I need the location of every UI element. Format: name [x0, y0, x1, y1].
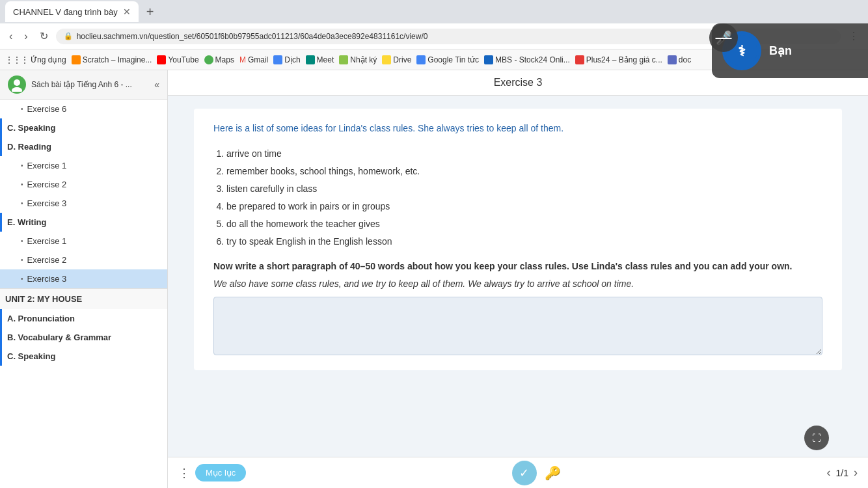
fullscreen-btn[interactable]: ⛶ [804, 426, 829, 450]
bookmark-plus24[interactable]: Plus24 – Bảng giá c... [575, 55, 662, 64]
sidebar-item-ewriting-ex2[interactable]: •Exercise 2 [0, 251, 167, 269]
mbs-icon [484, 55, 493, 64]
content-body: Here is a list of some ideas for Linda's… [168, 96, 868, 457]
exercise-title: Exercise 3 [494, 77, 543, 88]
doc-icon [668, 55, 677, 64]
fullscreen-icon: ⛶ [812, 433, 821, 443]
forward-btn[interactable]: › [20, 28, 31, 45]
youtube-icon [157, 55, 166, 64]
bookmark-diary[interactable]: Nhật ký [339, 55, 377, 64]
exercise-instruction: Now write a short paragraph of 40–50 wor… [213, 259, 822, 273]
svg-point-0 [14, 79, 20, 86]
list-item: listen carefully in class [226, 182, 822, 196]
bottom-bar: ⋮ Mục lục ✓ 🔑 ‹ 1/1 › [168, 457, 868, 488]
list-item: remember books, school things, homework,… [226, 165, 822, 178]
gmail-icon: M [239, 55, 246, 64]
new-tab-btn[interactable]: + [141, 5, 159, 20]
bookmark-translate[interactable]: Dịch [273, 55, 300, 64]
tab-bar: CHANNEL V đang trình bày ✕ + [0, 0, 868, 23]
tab-close-btn[interactable]: ✕ [123, 7, 131, 17]
sidebar-item-exercise6[interactable]: Exercise 6 [0, 100, 167, 118]
main-area: Sách bài tập Tiếng Anh 6 - ... « Exercis… [0, 70, 868, 488]
key-icon: 🔑 [545, 466, 561, 480]
maps-icon [204, 55, 213, 64]
sidebar-item-dreading[interactable]: D. Reading [0, 137, 167, 156]
list-item: arrive on time [226, 147, 822, 161]
bookmark-youtube[interactable]: YouTube [157, 55, 198, 64]
check-icon: ✓ [519, 466, 529, 480]
sidebar-item-dreading-ex2[interactable]: Exercise 2 [0, 175, 167, 194]
sidebar-header: Sách bài tập Tiếng Anh 6 - ... « [0, 70, 167, 100]
list-item: be prepared to work in pairs or in group… [226, 200, 822, 213]
page-next-btn[interactable]: › [854, 466, 858, 480]
sidebar: Sách bài tập Tiếng Anh 6 - ... « Exercis… [0, 70, 168, 488]
sidebar-collapse-btn[interactable]: « [154, 79, 159, 90]
bookmark-mbs[interactable]: MBS - Stock24 Onli... [484, 55, 570, 64]
scratch-icon [72, 55, 81, 64]
menu-dots-btn[interactable]: ⋮ [178, 466, 190, 480]
bookmark-scratch[interactable]: Scratch – Imagine... [72, 55, 152, 64]
list-item: do all the homework the teacher gives [226, 217, 822, 231]
exercise-intro: Here is a list of some ideas for Linda's… [213, 122, 822, 135]
sidebar-unit2-header: UNIT 2: MY HOUSE [0, 288, 167, 309]
bookmark-maps[interactable]: Maps [204, 55, 234, 64]
meet-icon [306, 55, 315, 64]
exercise-list: arrive on time remember books, school th… [226, 147, 822, 249]
content-box: Here is a list of some ideas for Linda's… [194, 109, 842, 370]
overlay-text: Bạn [769, 44, 792, 58]
bookmark-meet[interactable]: Meet [306, 55, 334, 64]
news-icon [416, 55, 426, 64]
content-area: Exercise 3 Here is a list of some ideas … [168, 70, 868, 488]
bookmark-drive[interactable]: Drive [382, 55, 411, 64]
sidebar-item-cspeaking[interactable]: C. Speaking [0, 118, 167, 137]
svg-text:⚕: ⚕ [738, 43, 746, 59]
active-tab[interactable]: CHANNEL V đang trình bày ✕ [5, 1, 139, 22]
reload-btn[interactable]: ↻ [36, 27, 52, 45]
mic-muted-overlay: 🎤 [709, 23, 738, 52]
sidebar-item-vocabgrammar[interactable]: B. Vocabulary & Grammar [0, 328, 167, 347]
sidebar-item-dreading-ex3[interactable]: Exercise 3 [0, 194, 167, 213]
page-info: 1/1 [836, 468, 848, 478]
url-text: hoclieu.sachmem.vn/question_set/60501f6b… [77, 32, 428, 41]
exercise-sample: We also have some class rules, and we tr… [213, 278, 822, 289]
user-avatar [8, 75, 26, 94]
sidebar-item-ewriting-ex3[interactable]: •Exercise 3 [0, 269, 167, 288]
answer-input[interactable] [213, 297, 822, 355]
diary-icon [339, 55, 348, 64]
key-btn[interactable]: 🔑 [545, 461, 561, 485]
bottom-center: ✓ 🔑 [512, 461, 561, 485]
drive-icon [382, 55, 391, 64]
sidebar-item-ewriting[interactable]: E. Writing [0, 213, 167, 232]
bottom-left: ⋮ Mục lục [178, 464, 246, 481]
apps-icon: ⋮⋮⋮ [5, 55, 29, 64]
sidebar-item-dreading-ex1[interactable]: Exercise 1 [0, 156, 167, 175]
sidebar-content: Exercise 6 C. Speaking D. Reading Exerci… [0, 100, 167, 488]
sidebar-item-ewriting-ex1[interactable]: •Exercise 1 [0, 232, 167, 251]
page-prev-btn[interactable]: ‹ [827, 466, 831, 480]
bookmark-gmail[interactable]: M Gmail [239, 55, 268, 64]
plus24-icon [575, 55, 584, 64]
bottom-right: ‹ 1/1 › [827, 466, 858, 480]
tab-title: CHANNEL V đang trình bày [13, 7, 118, 17]
bookmark-news[interactable]: Google Tin tức [416, 55, 479, 64]
lock-icon: 🔒 [64, 32, 73, 40]
list-item: try to speak English in the English less… [226, 235, 822, 249]
sidebar-item-cspeaking2[interactable]: C. Speaking [0, 347, 167, 366]
check-btn[interactable]: ✓ [512, 461, 537, 485]
bookmark-apps[interactable]: ⋮⋮⋮ Ứng dụng [5, 55, 66, 64]
bookmark-doc[interactable]: doc [668, 55, 691, 64]
sidebar-item-pronunciation[interactable]: A. Pronunciation [0, 309, 167, 328]
muc-luc-btn[interactable]: Mục lục [195, 464, 246, 481]
back-btn[interactable]: ‹ [5, 28, 16, 45]
mic-muted-icon: 🎤 [716, 30, 732, 46]
translate-icon [273, 55, 282, 64]
sidebar-title: Sách bài tập Tiếng Anh 6 - ... [31, 80, 132, 89]
svg-point-1 [12, 87, 22, 92]
